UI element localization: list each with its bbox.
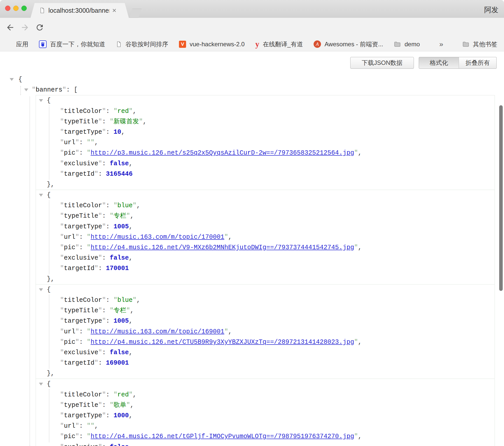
punct: " (102, 296, 106, 304)
json-boolean-value: false (110, 443, 129, 446)
youdao-y-icon: y (255, 40, 259, 48)
json-key: exclusive (64, 160, 98, 167)
punct: : (98, 265, 106, 272)
json-key: targetId (64, 265, 94, 272)
punct: " (98, 212, 102, 220)
punct: : (98, 359, 106, 367)
json-field-targetId: "targetId": 170001 (36, 263, 495, 274)
collapse-triangle-icon[interactable] (10, 78, 14, 81)
json-field-targetId: "targetId": 169001 (36, 358, 495, 368)
json-field-typeTitle: "typeTitle": "专栏", (36, 305, 495, 316)
punct: " (98, 254, 102, 262)
bookmark-apps[interactable]: 应用 (6, 40, 28, 48)
punct: " (91, 422, 94, 430)
bookmark-awesomes[interactable]: A Awesomes - 前端资... (314, 40, 383, 48)
punct: " (75, 244, 79, 251)
json-key: url (64, 328, 75, 335)
punct: , (133, 391, 136, 398)
folder-icon (394, 41, 401, 47)
indent-guide (30, 97, 30, 446)
punct: " (60, 265, 64, 272)
punct: " (60, 254, 64, 262)
json-string-value: 歌单 (114, 402, 126, 409)
collapse-triangle-icon[interactable] (24, 88, 28, 91)
profile-name[interactable]: 阿发 (484, 5, 498, 15)
bookmark-vue-hackernews[interactable]: V vue-hackernews-2.0 (179, 41, 245, 48)
punct: " (60, 139, 64, 146)
json-link[interactable]: http://p3.music.126.net/s25q2x5QyqsAzilC… (91, 149, 354, 157)
json-link[interactable]: http://p4.music.126.net/CTU5B9R9y3XyYBZX… (91, 338, 354, 346)
back-button[interactable] (6, 23, 15, 32)
minimize-window-button[interactable] (13, 6, 19, 11)
collapse-triangle-icon[interactable] (39, 99, 43, 102)
collapse-triangle-icon[interactable] (39, 383, 43, 385)
json-string-value: blue (117, 202, 133, 209)
collapse-triangle-icon[interactable] (39, 194, 43, 197)
json-key: targetType (64, 412, 102, 419)
json-object-close: }, (36, 179, 495, 190)
punct: " (354, 338, 358, 346)
bookmark-baidu[interactable]: 百度一下，你就知道 (39, 40, 105, 48)
bookmark-folder-demo[interactable]: demo (394, 41, 420, 48)
punct: " (87, 149, 91, 157)
punct: , (129, 223, 133, 230)
bookmark-label: 其他书签 (473, 40, 497, 48)
punct: : (102, 349, 110, 356)
json-number-value: 170001 (106, 265, 129, 272)
json-field-url: "url": "http://music.163.com/m/topic/170… (36, 232, 495, 242)
json-string-value: 专栏 (114, 212, 126, 220)
json-string-value: 新碟首发 (114, 118, 139, 125)
zoom-window-button[interactable] (21, 6, 27, 11)
bookmark-label: vue-hackernews-2.0 (190, 41, 245, 48)
json-link[interactable]: http://music.163.com/m/topic/169001 (91, 328, 224, 335)
punct: : (79, 433, 87, 440)
json-link[interactable]: http://p4.music.126.net/V9-MXz6b2MNhEKju… (91, 244, 354, 251)
punct: " (75, 422, 79, 430)
punct: " (114, 391, 117, 398)
json-object-open: { (36, 285, 495, 295)
json-field-titleColor: "titleColor": "red", (36, 390, 495, 400)
punct: , (129, 160, 133, 167)
bookmark-label: 百度一下，你就知道 (50, 40, 105, 48)
new-tab-button[interactable] (129, 9, 142, 18)
punct: : (79, 422, 87, 430)
json-field-exclusive: "exclusive": false, (36, 158, 495, 169)
json-root-line: { (0, 74, 504, 85)
punct: : (106, 108, 114, 115)
json-field-typeTitle: "typeTitle": "新碟首发", (36, 116, 495, 127)
other-bookmarks-folder[interactable]: 其他书签 (462, 40, 497, 48)
json-link[interactable]: http://p4.music.126.net/tGPljf-IMOCyPvum… (91, 433, 354, 440)
tab-close-icon[interactable] (111, 8, 117, 13)
punct: , (136, 296, 140, 304)
close-window-button[interactable] (5, 6, 10, 11)
punct: " (87, 139, 91, 146)
vertical-scrollbar[interactable] (499, 105, 503, 291)
browser-tab[interactable]: localhost:3000/banner (31, 3, 129, 18)
punct: : (79, 328, 87, 335)
punct: " (60, 149, 64, 157)
punct: " (102, 317, 106, 325)
forward-button[interactable] (20, 23, 30, 32)
punct: " (60, 244, 64, 251)
baidu-paw-icon (39, 40, 47, 48)
punct: " (60, 108, 64, 115)
json-field-targetType: "targetType": 10, (36, 127, 495, 137)
punct: " (60, 433, 64, 440)
punct: " (114, 296, 117, 304)
json-key: pic (64, 338, 75, 346)
bookmark-google-sort[interactable]: 谷歌按时间排序 (116, 40, 168, 48)
punct: " (102, 108, 106, 115)
punct: : (79, 233, 87, 241)
punct: : (102, 402, 110, 409)
collapse-triangle-icon[interactable] (39, 288, 43, 291)
bookmarks-overflow-chevron[interactable]: » (439, 40, 443, 48)
punct: " (60, 170, 64, 178)
browser-window: localhost:3000/banner 阿发 localhost:3000/… (0, 0, 504, 446)
json-object-open: { (36, 379, 495, 389)
bookmark-youdao[interactable]: y 在线翻译_有道 (255, 40, 303, 48)
punct: : (106, 202, 114, 209)
json-link[interactable]: http://music.163.com/m/topic/170001 (91, 233, 224, 241)
json-field-pic: "pic": "http://p3.music.126.net/s25q2x5Q… (36, 148, 495, 158)
punct: " (94, 265, 98, 272)
reload-button[interactable] (35, 23, 44, 32)
